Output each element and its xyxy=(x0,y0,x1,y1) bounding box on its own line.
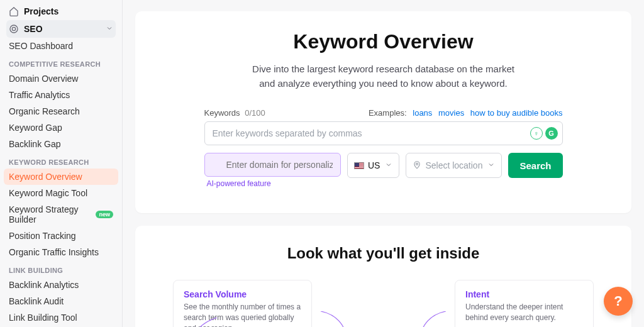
sidebar-item-backlink-gap[interactable]: Backlink Gap xyxy=(4,136,118,152)
domain-input[interactable] xyxy=(204,153,341,177)
sidebar-projects-label: Projects xyxy=(24,6,58,16)
sidebar-item-backlink-audit[interactable]: Backlink Audit xyxy=(4,293,118,309)
keywords-label-row: Keywords 0/100 xyxy=(204,108,265,118)
location-select[interactable]: Select location xyxy=(406,153,502,178)
country-select[interactable]: US xyxy=(347,153,399,178)
sidebar-seo-label: SEO xyxy=(24,24,43,34)
chevron-down-icon xyxy=(106,24,113,34)
main-content: Keyword Overview Dive into the largest k… xyxy=(123,0,644,327)
page-title: Keyword Overview xyxy=(160,30,606,53)
sidebar-item-label: Link Building Tool xyxy=(9,313,77,323)
sidebar-item-link-building-tool[interactable]: Link Building Tool xyxy=(4,309,118,326)
sidebar-group-keyword-research: KEYWORD RESEARCH xyxy=(0,152,122,169)
svg-point-2 xyxy=(416,163,418,165)
ai-feature-label: AI-powered feature xyxy=(204,179,341,188)
sidebar-item-backlink-analytics[interactable]: Backlink Analytics xyxy=(4,277,118,293)
location-placeholder: Select location xyxy=(425,160,482,170)
keywords-counter: 0/100 xyxy=(245,108,265,118)
info-desc: Understand the deeper intent behind ever… xyxy=(465,302,583,323)
info-title: Search Volume xyxy=(184,289,301,299)
sidebar-item-organic-traffic-insights[interactable]: Organic Traffic Insights xyxy=(4,244,118,260)
sidebar-item-label: Position Tracking xyxy=(9,231,76,241)
examples-row: Examples: loans movies how to buy audibl… xyxy=(369,108,563,118)
sidebar: Projects SEO SEO Dashboard COMPETITIVE R… xyxy=(0,0,123,327)
keywords-label: Keywords xyxy=(204,108,240,118)
examples-label: Examples: xyxy=(369,108,407,118)
svg-point-1 xyxy=(12,27,15,30)
preview-title: Look what you'll get inside xyxy=(160,245,606,262)
grammarly-icon[interactable]: G xyxy=(545,127,558,140)
svg-point-0 xyxy=(10,25,18,33)
sidebar-seo[interactable]: SEO xyxy=(6,20,116,38)
sidebar-item-label: Keyword Magic Tool xyxy=(9,188,87,198)
sidebar-item-label: Backlink Analytics xyxy=(9,280,79,290)
info-search-volume: Search Volume See the monthly number of … xyxy=(173,280,312,327)
sidebar-item-keyword-magic-tool[interactable]: Keyword Magic Tool xyxy=(4,185,118,201)
sidebar-item-keyword-strategy-builder[interactable]: Keyword Strategy Builder new xyxy=(4,201,118,228)
sidebar-item-label: Keyword Overview xyxy=(9,172,82,182)
sidebar-item-label: Backlink Audit xyxy=(9,296,64,306)
sidebar-item-organic-research[interactable]: Organic Research xyxy=(4,103,118,119)
sidebar-item-label: Traffic Analytics xyxy=(9,90,70,100)
keywords-input[interactable] xyxy=(204,121,563,145)
sidebar-item-label: Domain Overview xyxy=(9,74,78,84)
sidebar-group-competitive-research: COMPETITIVE RESEARCH xyxy=(0,54,122,70)
preview-card: Look what you'll get inside Search Volum… xyxy=(135,226,631,327)
sidebar-item-label: Keyword Gap xyxy=(9,123,62,133)
home-icon xyxy=(9,6,19,16)
sidebar-item-keyword-gap[interactable]: Keyword Gap xyxy=(4,119,118,136)
info-title: Intent xyxy=(465,289,583,299)
sidebar-projects[interactable]: Projects xyxy=(6,3,116,20)
sidebar-item-seo-dashboard[interactable]: SEO Dashboard xyxy=(4,38,118,54)
target-icon xyxy=(9,24,19,34)
country-value: US xyxy=(368,160,380,170)
search-button[interactable]: Search xyxy=(508,153,562,178)
subtitle-line-1: Dive into the largest keyword research d… xyxy=(252,64,514,74)
info-desc: See the monthly number of times a search… xyxy=(184,302,301,327)
sidebar-item-label: Backlink Gap xyxy=(9,139,60,149)
example-link[interactable]: loans xyxy=(413,108,432,118)
sidebar-item-label: Keyword Strategy Builder xyxy=(9,204,92,224)
help-button[interactable]: ? xyxy=(604,287,633,316)
example-link[interactable]: how to buy audible books xyxy=(470,108,563,118)
overview-card: Keyword Overview Dive into the largest k… xyxy=(135,11,631,213)
sidebar-item-label: Organic Traffic Insights xyxy=(9,247,99,257)
sidebar-item-position-tracking[interactable]: Position Tracking xyxy=(4,228,118,244)
sidebar-group-link-building: LINK BUILDING xyxy=(0,260,122,277)
sidebar-item-label: Organic Research xyxy=(9,106,80,116)
new-badge: new xyxy=(96,211,113,218)
bulb-icon[interactable]: ♀ xyxy=(530,127,543,140)
info-intent: Intent Understand the deeper intent behi… xyxy=(455,280,594,327)
chevron-down-icon xyxy=(487,160,495,170)
sidebar-item-domain-overview[interactable]: Domain Overview xyxy=(4,70,118,87)
pin-icon xyxy=(413,160,421,171)
subtitle-line-2: and analyze everything you need to know … xyxy=(259,78,507,89)
sidebar-item-traffic-analytics[interactable]: Traffic Analytics xyxy=(4,87,118,103)
flag-us-icon xyxy=(354,162,364,169)
example-link[interactable]: movies xyxy=(438,108,464,118)
sidebar-item-keyword-overview[interactable]: Keyword Overview xyxy=(4,169,118,185)
chevron-down-icon xyxy=(385,160,392,170)
page-subtitle: Dive into the largest keyword research d… xyxy=(160,62,606,91)
sidebar-item-label: SEO Dashboard xyxy=(9,41,73,51)
